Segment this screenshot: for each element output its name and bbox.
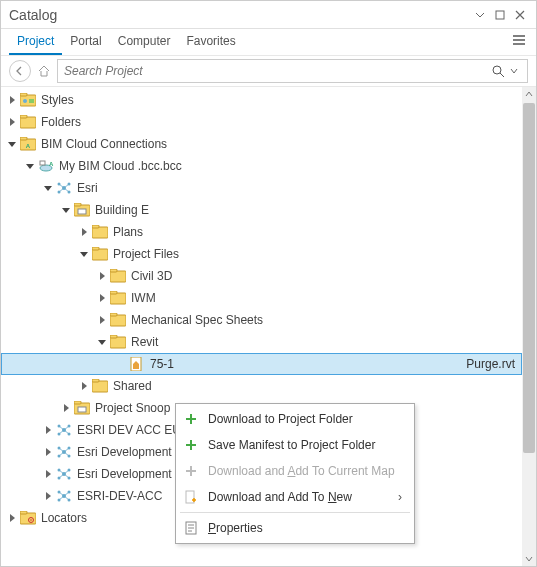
- tree-item-esri[interactable]: Esri: [1, 177, 536, 199]
- svg-rect-29: [110, 291, 117, 294]
- search-input[interactable]: [57, 59, 528, 83]
- svg-rect-22: [92, 227, 108, 238]
- tree-item-project-files[interactable]: Project Files: [1, 243, 536, 265]
- dropdown-icon[interactable]: [472, 7, 488, 23]
- scrollbar[interactable]: [522, 87, 536, 566]
- svg-rect-27: [110, 269, 117, 272]
- tree-item-mech[interactable]: Mechanical Spec Sheets: [1, 309, 536, 331]
- disclosure-icon[interactable]: [5, 115, 19, 129]
- disclosure-icon[interactable]: [5, 511, 19, 525]
- ctx-download-add-new[interactable]: Download and Add To New ›: [176, 484, 414, 510]
- tab-row: Project Portal Computer Favorites: [1, 29, 536, 55]
- tab-favorites[interactable]: Favorites: [178, 30, 243, 55]
- toolbar: [1, 55, 536, 87]
- scroll-up-icon[interactable]: [522, 87, 536, 101]
- bim-cloud-icon: A: [19, 135, 37, 153]
- disclosure-icon[interactable]: [95, 269, 109, 283]
- search-dropdown-icon[interactable]: [507, 64, 521, 78]
- tree-area: Styles Folders A BIM Cloud Connections A…: [1, 87, 536, 566]
- tree-item-building-e[interactable]: Building E: [1, 199, 536, 221]
- back-button[interactable]: [9, 60, 31, 82]
- disclosure-icon[interactable]: [41, 423, 55, 437]
- revit-file-icon: [128, 355, 146, 373]
- tree-item-my-bim-cloud[interactable]: A My BIM Cloud .bcc.bcc: [1, 155, 536, 177]
- svg-rect-36: [92, 381, 108, 392]
- svg-point-64: [30, 519, 32, 521]
- svg-rect-33: [110, 335, 117, 338]
- disclosure-icon[interactable]: [5, 137, 19, 151]
- svg-rect-26: [110, 271, 126, 282]
- tab-portal[interactable]: Portal: [62, 30, 109, 55]
- chevron-right-icon: ›: [398, 490, 402, 504]
- tree-item-styles[interactable]: Styles: [1, 89, 536, 111]
- tree-label: My BIM Cloud .bcc.bcc: [57, 159, 182, 173]
- scroll-down-icon[interactable]: [522, 552, 536, 566]
- svg-rect-62: [20, 511, 27, 514]
- panel-title: Catalog: [9, 7, 57, 23]
- properties-icon: [180, 517, 202, 539]
- tree-item-iwm[interactable]: IWM: [1, 287, 536, 309]
- disclosure-icon[interactable]: [95, 291, 109, 305]
- tree-item-folders[interactable]: Folders: [1, 111, 536, 133]
- tree-label: Plans: [111, 225, 143, 239]
- tree-item-revit[interactable]: Revit: [1, 331, 536, 353]
- tab-computer[interactable]: Computer: [110, 30, 179, 55]
- svg-rect-30: [110, 315, 126, 326]
- tree-label: ESRI DEV ACC EU: [75, 423, 181, 437]
- svg-rect-6: [20, 117, 36, 128]
- tree-item-shared[interactable]: Shared: [1, 375, 536, 397]
- disclosure-icon[interactable]: [41, 445, 55, 459]
- context-menu: Download to Project Folder Save Manifest…: [175, 403, 415, 544]
- restore-icon[interactable]: [492, 7, 508, 23]
- disclosure-icon[interactable]: [41, 181, 55, 195]
- disclosure-icon[interactable]: [77, 379, 91, 393]
- disclosure-icon[interactable]: [23, 159, 37, 173]
- folder-icon: [91, 245, 109, 263]
- locators-icon: [19, 509, 37, 527]
- tree-item-bim-cloud[interactable]: A BIM Cloud Connections: [1, 133, 536, 155]
- tree-label: BIM Cloud Connections: [39, 137, 167, 151]
- tab-project[interactable]: Project: [9, 30, 62, 55]
- folder-icon: [19, 113, 37, 131]
- tree-label: Folders: [39, 115, 81, 129]
- close-icon[interactable]: [512, 7, 528, 23]
- tree-item-selected-rvt[interactable]: 75-1 Purge.rvt: [1, 353, 522, 375]
- search-icon[interactable]: [489, 62, 507, 80]
- tree-label: Esri: [75, 181, 98, 195]
- disclosure-icon[interactable]: [77, 247, 91, 261]
- svg-rect-12: [40, 161, 45, 165]
- tree-label: Building E: [93, 203, 149, 217]
- tree-item-civil3d[interactable]: Civil 3D: [1, 265, 536, 287]
- tree-label: Esri Development: [75, 445, 172, 459]
- plus-icon-disabled: [180, 460, 202, 482]
- ctx-download-project[interactable]: Download to Project Folder: [176, 406, 414, 432]
- folder-icon: [91, 377, 109, 395]
- disclosure-icon[interactable]: [95, 313, 109, 327]
- folder-icon: [109, 267, 127, 285]
- svg-point-4: [23, 99, 27, 103]
- disclosure-icon[interactable]: [77, 225, 91, 239]
- hub-icon: [55, 179, 73, 197]
- project-folder-icon: [73, 399, 91, 417]
- disclosure-icon[interactable]: [5, 93, 19, 107]
- disclosure-icon[interactable]: [59, 203, 73, 217]
- connection-icon: A: [37, 157, 55, 175]
- home-icon[interactable]: [35, 62, 53, 80]
- svg-rect-39: [74, 401, 81, 404]
- hub-icon: [55, 465, 73, 483]
- plus-icon: [180, 408, 202, 430]
- disclosure-icon[interactable]: [41, 489, 55, 503]
- ctx-properties[interactable]: Properties: [176, 515, 414, 541]
- scroll-thumb[interactable]: [523, 103, 535, 453]
- disclosure-icon[interactable]: [41, 467, 55, 481]
- tree-item-plans[interactable]: Plans: [1, 221, 536, 243]
- svg-rect-40: [78, 407, 86, 412]
- disclosure-icon[interactable]: [95, 335, 109, 349]
- menu-icon[interactable]: [512, 33, 526, 50]
- tree-label: Project Files: [111, 247, 179, 261]
- ctx-save-manifest[interactable]: Save Manifest to Project Folder: [176, 432, 414, 458]
- search-field[interactable]: [64, 64, 489, 78]
- svg-rect-61: [20, 513, 36, 524]
- tree-label: Revit: [129, 335, 158, 349]
- disclosure-icon[interactable]: [59, 401, 73, 415]
